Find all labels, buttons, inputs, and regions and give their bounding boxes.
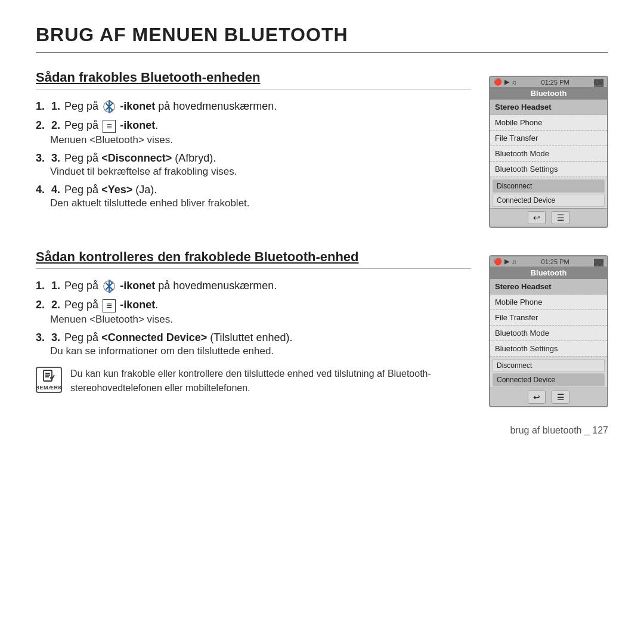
- section-1: Sådan frakobles Bluetooth-enheden 1. Peg…: [36, 70, 608, 228]
- step-num-4: 4.: [51, 184, 60, 196]
- main-title: BRUG AF MENUEN BLUETOOTH: [36, 24, 608, 53]
- note-text: Du kan kun frakoble eller kontrollere de…: [70, 367, 471, 395]
- action-disconnect-2: Disconnect: [493, 359, 605, 372]
- menu-item-transfer-1: File Transfer: [490, 131, 607, 146]
- device-title-1: Bluetooth: [490, 87, 607, 100]
- menu-btn-2: ☰: [552, 391, 569, 404]
- device-header-2: 🔴 ▶ ♫ 01:25 PM ▓▓: [490, 256, 607, 267]
- step-num-3: 3.: [51, 152, 60, 164]
- step-1-2: 2. Peg på -ikonet. Menuen <Bluetooth> vi…: [36, 119, 471, 145]
- music-icon-2: ♫: [512, 258, 516, 265]
- menu-item-stereo-2: Stereo Headset: [490, 279, 607, 295]
- step-1-3: 3. Peg på <Disconnect> (Afbryd). Vinduet…: [36, 152, 471, 178]
- device-bottom-bar-2: ↩ ☰: [490, 388, 607, 406]
- menu-item-btmode-1: Bluetooth Mode: [490, 146, 607, 162]
- section-2-steps: 1. Peg på -ikonet på hovedmenuskærmen.: [36, 280, 471, 357]
- back-btn-1: ↩: [528, 211, 546, 224]
- bluetooth-icon-1: [103, 100, 116, 113]
- battery-icon-2: ▓▓: [594, 258, 603, 265]
- device-title-2: Bluetooth: [490, 267, 607, 279]
- step-2-1: 1. Peg på -ikonet på hovedmenuskærmen.: [36, 280, 471, 293]
- step-1-1: 1. Peg på -ikonet på hovedmenuskærmen.: [36, 100, 471, 113]
- menu-icon-1: [103, 120, 116, 133]
- device-time-1: 01:25 PM: [541, 79, 569, 86]
- device-screen-2: 🔴 ▶ ♫ 01:25 PM ▓▓ Bluetooth Stereo Heads…: [489, 255, 608, 407]
- step-2-3-sub: Du kan se informationer om den tilslutte…: [36, 345, 471, 357]
- step-2-2-bold: -ikonet: [120, 299, 155, 311]
- section-2-title: Sådan kontrolleres den frakoblede Blueto…: [36, 249, 471, 269]
- menu-item-btsettings-1: Bluetooth Settings: [490, 162, 607, 177]
- section-1-steps: 1. Peg på -ikonet på hovedmenuskærmen.: [36, 100, 471, 209]
- menu-item-btsettings-2: Bluetooth Settings: [490, 341, 607, 357]
- music-icon: ♫: [512, 79, 516, 86]
- menu-item-transfer-2: File Transfer: [490, 310, 607, 326]
- step-1-4: 4. Peg på <Yes> (Ja). Den aktuelt tilslu…: [36, 184, 471, 209]
- step-num-2-1: 1.: [51, 280, 60, 292]
- step-1-3-sub: Vinduet til bekræftelse af frakobling vi…: [36, 166, 471, 178]
- section-1-title: Sådan frakobles Bluetooth-enheden: [36, 70, 471, 89]
- section-1-content: Sådan frakobles Bluetooth-enheden 1. Peg…: [36, 70, 471, 215]
- menu-icon-2: [103, 299, 116, 312]
- step-2-2-sub: Menuen <Bluetooth> vises.: [36, 314, 471, 326]
- step-1-2-bold: -ikonet: [120, 119, 155, 131]
- bt-header-icon: 🔴: [494, 78, 502, 86]
- note-box: BEMÆRK Du kan kun frakoble eller kontrol…: [36, 367, 471, 395]
- action-connected-1: Connected Device: [493, 194, 605, 207]
- bluetooth-icon-2: [103, 280, 116, 293]
- note-icon: BEMÆRK: [36, 367, 62, 393]
- step-1-4-sub: Den aktuelt tilsluttede enhed bliver fra…: [36, 197, 471, 209]
- menu-item-stereo-1: Stereo Headset: [490, 100, 607, 115]
- menu-item-btmode-2: Bluetooth Mode: [490, 326, 607, 341]
- page: BRUG AF MENUEN BLUETOOTH Sådan frakobles…: [0, 0, 644, 453]
- device-time-2: 01:25 PM: [541, 258, 569, 265]
- battery-icon-1: ▓▓: [594, 79, 603, 86]
- menu-item-phone-1: Mobile Phone: [490, 115, 607, 131]
- note-label: BEMÆRK: [36, 385, 63, 391]
- step-1-2-sub: Menuen <Bluetooth> vises.: [36, 134, 471, 146]
- step-num-2-2: 2.: [51, 299, 60, 311]
- play-icon: ▶: [504, 78, 509, 86]
- device-header-icons-2: 🔴 ▶ ♫: [494, 258, 516, 265]
- section-2-content: Sådan kontrolleres den frakoblede Blueto…: [36, 249, 471, 401]
- action-disconnect-1: Disconnect: [493, 179, 605, 193]
- menu-btn-1: ☰: [552, 211, 569, 224]
- svg-rect-2: [44, 370, 52, 381]
- step-num-2-3: 3.: [51, 332, 60, 343]
- section-2: Sådan kontrolleres den frakoblede Blueto…: [36, 249, 608, 407]
- device-actions-2: Disconnect Connected Device: [490, 359, 607, 386]
- step-1-3-bold: <Disconnect>: [101, 152, 172, 164]
- play-icon-2: ▶: [504, 258, 509, 265]
- menu-item-phone-2: Mobile Phone: [490, 295, 607, 310]
- step-1-4-bold: <Yes>: [101, 184, 132, 196]
- step-2-2: 2. Peg på -ikonet. Menuen <Bluetooth> vi…: [36, 299, 471, 325]
- device-bottom-bar-1: ↩ ☰: [490, 208, 607, 227]
- step-2-3: 3. Peg på <Connected Device> (Tilsluttet…: [36, 332, 471, 357]
- action-connected-2: Connected Device: [493, 373, 605, 386]
- note-svg: [42, 369, 56, 383]
- step-num: 1.: [51, 100, 60, 112]
- device-header-1: 🔴 ▶ ♫ 01:25 PM ▓▓: [490, 77, 607, 87]
- step-2-3-bold: <Connected Device>: [101, 332, 207, 343]
- step-1-1-bold: -ikonet: [120, 100, 155, 112]
- device-screen-1: 🔴 ▶ ♫ 01:25 PM ▓▓ Bluetooth Stereo Heads…: [489, 76, 608, 228]
- bt-header-icon-2: 🔴: [494, 258, 502, 265]
- device-actions-1: Disconnect Connected Device: [490, 179, 607, 207]
- back-btn-2: ↩: [528, 391, 546, 404]
- device-header-icons-1: 🔴 ▶ ♫: [494, 78, 516, 86]
- step-num-2: 2.: [51, 119, 60, 131]
- step-2-1-bold: -ikonet: [120, 280, 155, 292]
- footer: brug af bluetooth _ 127: [510, 425, 608, 436]
